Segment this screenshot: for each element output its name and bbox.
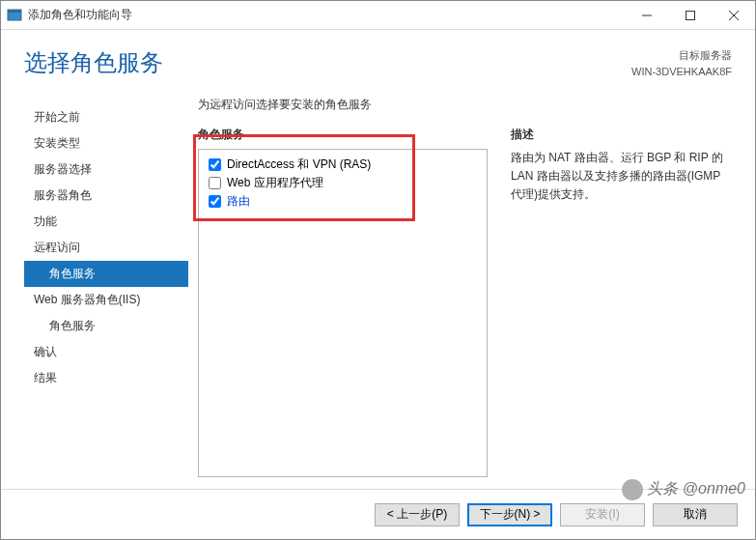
button-bar: < 上一步(P) 下一步(N) > 安装(I) 取消: [1, 489, 755, 539]
role-item-directaccess-vpn[interactable]: DirectAccess 和 VPN (RAS): [209, 156, 477, 174]
role-item-routing[interactable]: 路由: [209, 192, 477, 211]
minimize-button[interactable]: [625, 1, 668, 30]
description-label: 描述: [511, 127, 732, 143]
sidebar-item-install-type[interactable]: 安装类型: [24, 130, 188, 156]
role-item-web-app-proxy[interactable]: Web 应用程序代理: [209, 174, 477, 192]
description-text: 路由为 NAT 路由器、运行 BGP 和 RIP 的 LAN 路由器以及支持多播…: [511, 149, 732, 205]
maximize-button[interactable]: [668, 1, 712, 30]
sidebar-item-features[interactable]: 功能: [24, 209, 188, 235]
role-checkbox-web-app-proxy[interactable]: [209, 177, 221, 189]
target-server-info: 目标服务器 WIN-3DVEHKAAK8F: [631, 47, 732, 79]
sidebar-item-role-services[interactable]: 角色服务: [24, 261, 188, 287]
sidebar-item-results[interactable]: 结果: [24, 365, 188, 391]
cancel-button[interactable]: 取消: [653, 503, 738, 526]
roles-listbox: DirectAccess 和 VPN (RAS) Web 应用程序代理 路由: [198, 149, 488, 477]
page-title: 选择角色服务: [24, 47, 631, 78]
target-server-label: 目标服务器: [631, 47, 732, 64]
main-panel: 为远程访问选择要安装的角色服务 角色服务 DirectAccess 和 VPN …: [188, 87, 755, 489]
panels: 角色服务 DirectAccess 和 VPN (RAS) Web 应用程序代理: [198, 127, 732, 489]
sidebar-item-server-roles[interactable]: 服务器角色: [24, 183, 188, 209]
install-button: 安装(I): [560, 503, 645, 526]
sidebar-item-before-begin[interactable]: 开始之前: [24, 104, 188, 130]
titlebar: 添加角色和功能向导: [1, 1, 755, 30]
role-label: DirectAccess 和 VPN (RAS): [227, 156, 371, 173]
roles-label: 角色服务: [198, 127, 488, 143]
sidebar-item-server-selection[interactable]: 服务器选择: [24, 156, 188, 183]
sidebar-item-iis-role-services[interactable]: 角色服务: [24, 313, 188, 339]
close-button[interactable]: [712, 1, 755, 30]
window-title: 添加角色和功能向导: [28, 7, 625, 23]
sidebar-item-confirm[interactable]: 确认: [24, 339, 188, 365]
header: 选择角色服务 目标服务器 WIN-3DVEHKAAK8F: [1, 30, 755, 87]
role-checkbox-routing[interactable]: [209, 195, 221, 208]
description-panel: 描述 路由为 NAT 路由器、运行 BGP 和 RIP 的 LAN 路由器以及支…: [511, 127, 732, 489]
body: 开始之前 安装类型 服务器选择 服务器角色 功能 远程访问 角色服务 Web 服…: [1, 87, 755, 489]
previous-button[interactable]: < 上一步(P): [375, 503, 460, 526]
role-checkbox-directaccess-vpn[interactable]: [209, 158, 221, 171]
role-label: Web 应用程序代理: [227, 175, 323, 191]
roles-panel: 角色服务 DirectAccess 和 VPN (RAS) Web 应用程序代理: [198, 127, 488, 489]
wizard-window: 添加角色和功能向导 选择角色服务 目标服务器 WIN-3DVEHKAAK8F 开…: [0, 0, 756, 540]
window-controls: [625, 1, 755, 30]
intro-text: 为远程访问选择要安装的角色服务: [198, 97, 732, 113]
role-label: 路由: [227, 193, 250, 210]
sidebar-item-web-server-iis[interactable]: Web 服务器角色(IIS): [24, 287, 188, 313]
svg-rect-3: [686, 11, 694, 19]
app-icon: [7, 8, 22, 23]
next-button[interactable]: 下一步(N) >: [467, 503, 552, 526]
sidebar: 开始之前 安装类型 服务器选择 服务器角色 功能 远程访问 角色服务 Web 服…: [24, 87, 188, 489]
sidebar-item-remote-access[interactable]: 远程访问: [24, 235, 188, 261]
target-server-name: WIN-3DVEHKAAK8F: [631, 64, 732, 80]
svg-rect-1: [8, 10, 21, 13]
